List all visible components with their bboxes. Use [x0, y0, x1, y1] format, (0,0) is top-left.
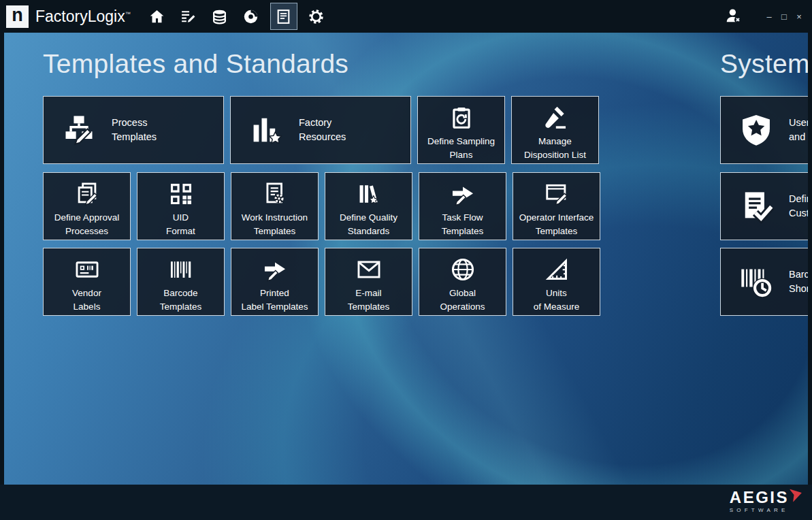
tile-barcode-templates[interactable]: Barcode Templates — [137, 248, 225, 316]
tile-label: Work Instruction Templates — [242, 211, 308, 238]
app-name: FactoryLogix™ — [35, 7, 131, 26]
tile-label: Define Quality Standards — [340, 211, 397, 238]
tile-label: Task Flow Templates — [442, 211, 484, 238]
tile-label: Manage Disposition List — [524, 135, 586, 161]
books-star-icon — [356, 181, 382, 207]
documents-pencil-icon — [74, 181, 100, 207]
tile-label: Printed Label Templates — [241, 287, 308, 313]
main-nav — [142, 0, 332, 33]
user-x-icon — [725, 7, 743, 25]
titlebar-right: – □ × — [722, 0, 807, 33]
tile-label: Vendor Labels — [72, 287, 101, 313]
nav-templates-button[interactable] — [270, 3, 297, 30]
nav-disc-button[interactable] — [236, 0, 267, 33]
tile-task-flow-templates[interactable]: Task Flow Templates — [419, 172, 506, 240]
tile-barcode-shortcuts[interactable]: Barco Short — [720, 248, 808, 316]
nav-data-forms-button[interactable] — [173, 0, 204, 33]
tile-define-custom[interactable]: Define Custo — [720, 172, 808, 240]
tile-label: Define Approval Processes — [54, 211, 119, 238]
tile-factory-resources[interactable]: Factory Resources — [230, 96, 411, 164]
database-icon — [211, 8, 228, 25]
tile-global-operations[interactable]: Global Operations — [419, 248, 506, 316]
vendor-label-icon — [74, 257, 100, 282]
tile-define-quality-standards[interactable]: Define Quality Standards — [325, 172, 412, 240]
disc-icon — [242, 8, 259, 25]
qr-code-icon — [168, 181, 194, 207]
barcode-icon — [168, 257, 194, 282]
ruler-icon — [544, 257, 570, 282]
templates-row-2: Define Approval Processes UID Format Wor… — [43, 172, 600, 240]
nav-settings-button[interactable] — [301, 0, 332, 33]
process-flow-pencil-icon — [61, 112, 97, 148]
tile-process-templates[interactable]: Process Templates — [43, 96, 224, 164]
envelope-icon — [356, 257, 382, 282]
factory-star-icon — [248, 112, 284, 148]
nav-database-button[interactable] — [204, 0, 236, 33]
gear-icon — [308, 8, 325, 25]
tile-vendor-labels[interactable]: Vendor Labels — [43, 248, 131, 316]
tile-label: Users and R — [789, 116, 808, 144]
tile-label: UID Format — [166, 211, 195, 238]
arrow-pencil-icon — [450, 181, 476, 207]
section-title-templates-and-standards: Templates and Standards — [43, 49, 348, 79]
section-title-system: System — [720, 49, 808, 79]
home-icon — [148, 8, 165, 25]
footer-bar: AEGIS SOFTWARE — [0, 485, 812, 520]
brand-top: AEGIS — [730, 489, 802, 506]
window-minimize-button[interactable]: – — [762, 9, 777, 24]
tile-label: Factory Resources — [299, 116, 346, 144]
tile-label: Define Sampling Plans — [427, 135, 495, 161]
tile-label: Units of Measure — [534, 287, 580, 313]
tile-define-sampling-plans[interactable]: Define Sampling Plans — [417, 96, 505, 164]
brand-name: AEGIS — [730, 489, 789, 506]
window-pencil-icon — [544, 181, 570, 207]
tile-label: Global Operations — [440, 287, 485, 313]
nav-home-button[interactable] — [142, 0, 173, 33]
main-content: Templates and Standards System Process T… — [4, 33, 808, 485]
app-logo-letter: n — [12, 6, 23, 25]
tile-label: Define Custo — [789, 192, 808, 221]
templates-report-icon — [275, 8, 292, 25]
tile-printed-label-templates[interactable]: Printed Label Templates — [231, 248, 319, 316]
aegis-flag-icon — [790, 486, 804, 502]
tile-define-approval-processes[interactable]: Define Approval Processes — [43, 172, 131, 240]
barcode-clock-icon — [738, 264, 774, 299]
document-gear-icon — [262, 181, 288, 207]
templates-row-3: Vendor Labels Barcode Templates Printed … — [43, 248, 600, 316]
shield-star-icon — [738, 112, 774, 148]
arrow-pencil-icon — [262, 257, 288, 282]
tile-label: Barco Short — [789, 267, 808, 296]
titlebar: n FactoryLogix™ – □ × — [0, 0, 812, 33]
tile-email-templates[interactable]: E-mail Templates — [325, 248, 412, 316]
templates-row-1: Process Templates Factory Resources Defi… — [43, 96, 599, 164]
user-status-button[interactable] — [722, 5, 745, 28]
clipboard-refresh-icon — [449, 105, 474, 131]
trademark: ™ — [125, 11, 131, 17]
aegis-logo: AEGIS SOFTWARE — [730, 489, 802, 513]
tile-manage-disposition-list[interactable]: Manage Disposition List — [511, 96, 599, 164]
tile-label: E-mail Templates — [348, 287, 390, 313]
tile-work-instruction-templates[interactable]: Work Instruction Templates — [231, 172, 319, 240]
window-close-button[interactable]: × — [792, 9, 807, 24]
app-logo: n — [6, 5, 29, 28]
gavel-icon — [542, 105, 568, 131]
forms-pencil-icon — [180, 8, 197, 25]
tile-label: Process Templates — [112, 116, 157, 144]
tile-uid-format[interactable]: UID Format — [137, 172, 225, 240]
tile-label: Barcode Templates — [160, 287, 202, 313]
tile-units-of-measure[interactable]: Units of Measure — [513, 248, 600, 316]
tile-label: Operator Interface Templates — [519, 211, 594, 238]
document-check-icon — [738, 189, 774, 224]
globe-icon — [450, 257, 476, 282]
tile-operator-interface-templates[interactable]: Operator Interface Templates — [513, 172, 600, 240]
brand-subtitle: SOFTWARE — [730, 507, 802, 513]
window-maximize-button[interactable]: □ — [777, 9, 792, 24]
tile-users-and-roles[interactable]: Users and R — [720, 96, 808, 164]
